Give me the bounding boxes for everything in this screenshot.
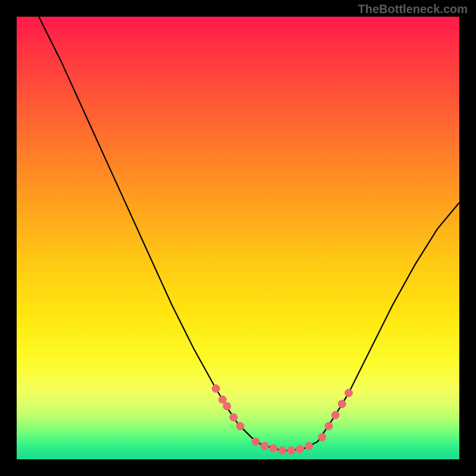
curve-marker (270, 444, 277, 452)
curve-marker (331, 411, 339, 419)
curve-marker (318, 433, 326, 441)
curve-marker (325, 422, 333, 430)
curve-marker (261, 442, 268, 450)
curve-marker (236, 422, 244, 430)
watermark-text: TheBottleneck.com (358, 2, 468, 16)
curve-marker (212, 385, 220, 393)
curve-marker (345, 389, 353, 397)
chart-svg (17, 17, 459, 459)
curve-marker (296, 445, 304, 453)
curve-marker (230, 414, 237, 421)
curve-markers (212, 385, 352, 455)
bottleneck-curve (39, 17, 459, 450)
curve-marker (287, 447, 295, 455)
curve-marker (223, 402, 231, 410)
plot-area (17, 17, 459, 459)
curve-marker (278, 447, 286, 455)
curve-marker (219, 396, 227, 403)
curve-marker (338, 400, 346, 408)
curve-marker (252, 438, 259, 446)
chart-container: TheBottleneck.com (0, 0, 476, 476)
curve-marker (305, 442, 313, 450)
